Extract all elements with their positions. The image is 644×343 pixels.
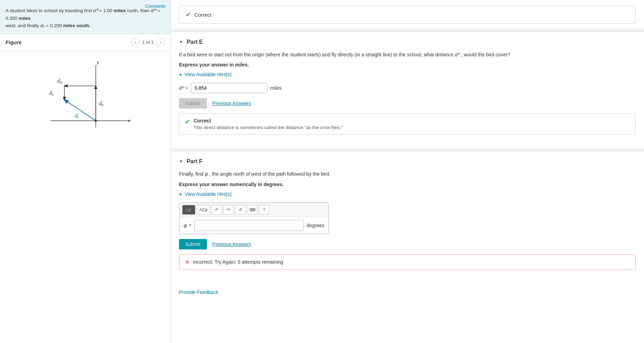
- dw-unit: miles: [19, 16, 31, 21]
- part-e-feedback-correct: ✔ Correct This direct distance is someti…: [185, 118, 630, 130]
- section-divider-1: [171, 29, 644, 32]
- part-f-section: ▼ Part F Finally, find φ , the angle nor…: [171, 151, 644, 284]
- part-e-express: Express your answer in miles.: [179, 62, 636, 67]
- dw-label: dᵂ: [151, 8, 156, 13]
- part-f-submit-btn[interactable]: Submit: [179, 239, 207, 249]
- part-f-feedback-incorrect: ✕ Incorrect; Try Again; 5 attempts remai…: [185, 259, 630, 265]
- toolbar-undo-btn[interactable]: ↶: [211, 205, 222, 215]
- toolbar-redo-btn[interactable]: ↷: [223, 205, 234, 215]
- part-e-submit-btn[interactable]: Submit: [179, 98, 207, 109]
- svg-text:d⃗W: d⃗W: [57, 78, 63, 84]
- ds-value: = 0.200: [46, 23, 62, 28]
- part-e-button-row: Submit Previous Answers: [179, 98, 636, 109]
- part-e-feedback-detail: This direct distance is sometimes called…: [194, 125, 343, 130]
- part-e-feedback-title: Correct: [194, 118, 343, 123]
- left-panel: Constants A student bikes to school by t…: [0, 0, 171, 343]
- hint-arrow-icon: ►: [179, 72, 183, 77]
- phi-symbol: φ: [205, 171, 208, 177]
- part-f-prev-answers-link[interactable]: Previous Answers: [212, 241, 251, 247]
- svg-line-7: [64, 100, 96, 121]
- math-input-row: φ = degrees: [179, 217, 328, 234]
- part-f-answer-unit: degrees: [307, 223, 324, 228]
- figure-nav: ‹ 1 of 1 ›: [131, 38, 165, 47]
- svg-text:d⃗N: d⃗N: [99, 101, 103, 107]
- top-check-icon: ✔: [186, 11, 191, 18]
- part-f-collapse-arrow[interactable]: ▼: [179, 159, 183, 164]
- ds-label: dₛ: [40, 23, 45, 28]
- constants-text-3: west, and finally: [6, 23, 39, 28]
- part-e-title: Part E: [187, 39, 203, 45]
- figure-title: Figure: [6, 39, 22, 45]
- svg-text:d⃗S: d⃗S: [49, 90, 54, 96]
- part-f-question: Finally, find φ , the angle north of wes…: [179, 170, 636, 178]
- part-f-header: ▼ Part F: [179, 158, 636, 165]
- phi-input[interactable]: [194, 220, 304, 231]
- constants-text: A student bikes to school by traveling f…: [6, 7, 165, 30]
- toolbar-greek-btn[interactable]: AΣφ: [197, 205, 210, 215]
- svg-text:y: y: [96, 59, 100, 65]
- constants-box: Constants A student bikes to school by t…: [0, 0, 170, 34]
- part-f-feedback-text: Incorrect; Try Again; 5 attempts remaini…: [193, 259, 283, 265]
- top-correct-banner: ✔ Correct: [179, 6, 636, 24]
- part-e-feedback-content: Correct This direct distance is sometime…: [194, 118, 343, 130]
- svg-text:d⃗b: d⃗b: [74, 113, 79, 119]
- part-f-express: Express your answer numerically in degre…: [179, 182, 636, 187]
- part-e-hint-label: View Available Hint(s): [185, 72, 232, 77]
- part-e-hint-link[interactable]: ► View Available Hint(s): [179, 72, 636, 77]
- dn-value: = 1.00: [99, 8, 112, 13]
- figure-prev-btn[interactable]: ‹: [131, 38, 139, 47]
- right-panel: ✔ Correct ▼ Part E If a bird were to sta…: [171, 0, 644, 343]
- toolbar-reset-btn[interactable]: ↺: [235, 205, 246, 215]
- part-f-feedback-box: ✕ Incorrect; Try Again; 5 attempts remai…: [179, 254, 636, 270]
- part-e-answer-row: dᵇ = miles: [179, 83, 636, 93]
- part-e-header: ▼ Part E: [179, 39, 636, 45]
- toolbar-row: □√ AΣφ ↶ ↷ ↺ ⌨ ?: [179, 203, 328, 217]
- constants-text-2: north, then: [127, 8, 150, 13]
- math-toolbar: □√ AΣφ ↶ ↷ ↺ ⌨ ? φ = degrees: [179, 202, 329, 234]
- svg-text:x: x: [127, 118, 130, 123]
- figure-svg: x y d⃗W d⃗S d⃗N: [37, 58, 134, 135]
- part-f-hint-link[interactable]: ► View Available Hint(s): [179, 191, 636, 197]
- dn-unit: miles: [114, 8, 126, 13]
- part-f-x-icon: ✕: [185, 259, 189, 265]
- constants-text-1: A student bikes to school by traveling f…: [6, 8, 92, 13]
- toolbar-matrix-btn[interactable]: □√: [182, 205, 195, 215]
- figure-section: Figure ‹ 1 of 1 › x y: [0, 34, 170, 343]
- db-symbol: dᵇ: [455, 52, 460, 57]
- svg-point-12: [95, 120, 97, 122]
- page-indicator: 1 of 1: [142, 40, 154, 45]
- figure-next-btn[interactable]: ›: [156, 38, 165, 47]
- hint-arrow-icon-f: ►: [179, 192, 183, 196]
- figure-header: Figure ‹ 1 of 1 ›: [0, 34, 170, 51]
- italic-phrase: north of west: [233, 171, 261, 177]
- part-e-feedback-box: ✔ Correct This direct distance is someti…: [179, 113, 636, 135]
- toolbar-keyboard-btn[interactable]: ⌨: [247, 205, 257, 215]
- part-f-button-row: Submit Previous Answers: [179, 239, 636, 249]
- part-e-answer-input[interactable]: [191, 83, 267, 93]
- figure-canvas: x y d⃗W d⃗S d⃗N: [0, 51, 170, 142]
- toolbar-help-btn[interactable]: ?: [259, 205, 269, 215]
- part-e-question: If a bird were to start out from the ori…: [179, 51, 636, 58]
- constants-link[interactable]: Constants: [145, 3, 165, 9]
- part-e-prev-answers-link[interactable]: Previous Answers: [212, 101, 251, 106]
- phi-input-label: φ =: [184, 222, 192, 228]
- provide-feedback-link[interactable]: Provide Feedback: [171, 284, 644, 301]
- ds-unit: miles south.: [63, 23, 91, 28]
- section-divider-2: [171, 149, 644, 151]
- top-correct-label: Correct: [194, 12, 211, 18]
- dn-label: dᴺ: [93, 8, 98, 13]
- part-e-feedback-check-icon: ✔: [185, 118, 190, 126]
- part-e-collapse-arrow[interactable]: ▼: [179, 40, 183, 45]
- part-e-answer-label: dᵇ =: [179, 85, 188, 91]
- part-f-title: Part F: [187, 158, 202, 165]
- part-f-hint-label: View Available Hint(s): [185, 191, 232, 197]
- part-e-answer-unit: miles: [270, 85, 282, 91]
- part-e-section: ▼ Part E If a bird were to start out fro…: [171, 32, 644, 149]
